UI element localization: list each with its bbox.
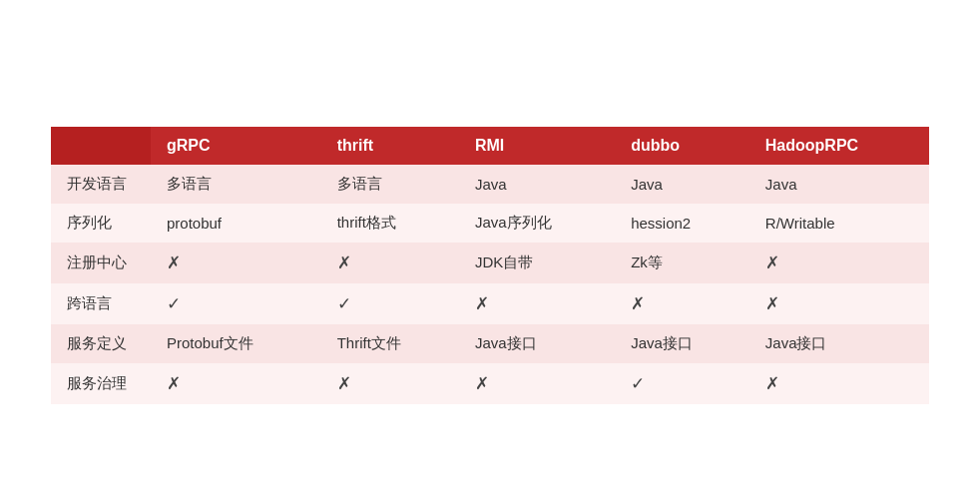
table-row: 开发语言多语言多语言JavaJavaJava	[51, 165, 929, 204]
row-label-4: 服务定义	[51, 324, 151, 363]
table-cell: ✓	[151, 283, 321, 324]
table-cell: ✗	[151, 363, 321, 404]
header-col-RMI: RMI	[459, 127, 615, 165]
table-header: gRPCthriftRMIdubboHadoopRPC	[51, 127, 929, 165]
table-cell: ✓	[321, 283, 459, 324]
row-label-1: 序列化	[51, 204, 151, 243]
table-cell: ✗	[321, 243, 459, 283]
table-cell: R/Writable	[749, 204, 929, 243]
table-row: 注册中心✗✗JDK自带Zk等✗	[51, 243, 929, 283]
table-cell: Java	[615, 165, 749, 204]
cross-icon: ✗	[475, 374, 489, 393]
cross-icon: ✗	[765, 374, 779, 393]
row-label-0: 开发语言	[51, 165, 151, 204]
table-cell: Protobuf文件	[151, 324, 321, 363]
table-cell: 多语言	[321, 165, 459, 204]
check-icon: ✓	[337, 294, 351, 313]
header-col-HadoopRPC: HadoopRPC	[749, 127, 929, 165]
header-col-thrift: thrift	[321, 127, 459, 165]
header-col-gRPC: gRPC	[151, 127, 321, 165]
table-row: 服务定义Protobuf文件Thrift文件Java接口Java接口Java接口	[51, 324, 929, 363]
table-cell: ✗	[749, 283, 929, 324]
table-cell: ✗	[459, 283, 615, 324]
cross-icon: ✗	[337, 253, 351, 272]
table-cell: Java接口	[459, 324, 615, 363]
comparison-table-wrapper: gRPCthriftRMIdubboHadoopRPC 开发语言多语言多语言Ja…	[51, 127, 929, 404]
table-cell: Java序列化	[459, 204, 615, 243]
cross-icon: ✗	[167, 374, 181, 393]
cross-icon: ✗	[765, 253, 779, 272]
header-row: gRPCthriftRMIdubboHadoopRPC	[51, 127, 929, 165]
table-cell: hession2	[615, 204, 749, 243]
table-cell: ✗	[749, 363, 929, 404]
row-label-2: 注册中心	[51, 243, 151, 283]
comparison-table: gRPCthriftRMIdubboHadoopRPC 开发语言多语言多语言Ja…	[51, 127, 929, 404]
table-cell: ✗	[459, 363, 615, 404]
cross-icon: ✗	[765, 294, 779, 313]
table-cell: ✗	[615, 283, 749, 324]
table-cell: Java接口	[615, 324, 749, 363]
table-cell: ✗	[749, 243, 929, 283]
table-cell: ✓	[615, 363, 749, 404]
table-cell: 多语言	[151, 165, 321, 204]
table-cell: protobuf	[151, 204, 321, 243]
table-cell: ✗	[151, 243, 321, 283]
table-cell: Zk等	[615, 243, 749, 283]
cross-icon: ✗	[631, 294, 645, 313]
table-cell: Thrift文件	[321, 324, 459, 363]
table-cell: Java	[749, 165, 929, 204]
table-row: 服务治理✗✗✗✓✗	[51, 363, 929, 404]
table-cell: Java接口	[749, 324, 929, 363]
table-cell: JDK自带	[459, 243, 615, 283]
cross-icon: ✗	[475, 294, 489, 313]
cross-icon: ✗	[167, 253, 181, 272]
table-cell: ✗	[321, 363, 459, 404]
cross-icon: ✗	[337, 374, 351, 393]
row-label-5: 服务治理	[51, 363, 151, 404]
header-row-label	[51, 127, 151, 165]
row-label-3: 跨语言	[51, 283, 151, 324]
table-row: 跨语言✓✓✗✗✗	[51, 283, 929, 324]
table-body: 开发语言多语言多语言JavaJavaJava序列化protobufthrift格…	[51, 165, 929, 404]
table-cell: Java	[459, 165, 615, 204]
check-icon: ✓	[167, 294, 181, 313]
table-cell: thrift格式	[321, 204, 459, 243]
check-icon: ✓	[631, 374, 645, 393]
header-col-dubbo: dubbo	[615, 127, 749, 165]
table-row: 序列化protobufthrift格式Java序列化hession2R/Writ…	[51, 204, 929, 243]
